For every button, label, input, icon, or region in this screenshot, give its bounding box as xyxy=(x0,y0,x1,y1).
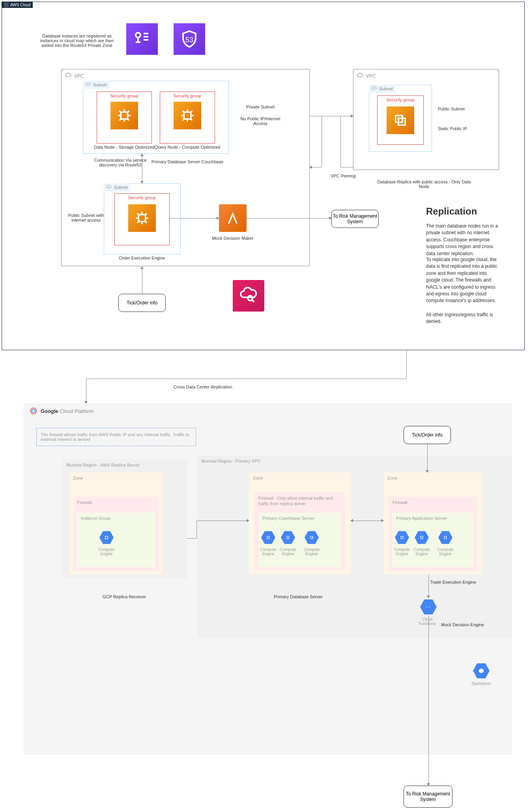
vpc2-public-label: Public Subnet xyxy=(438,106,465,111)
replica-fw-label: Firewall xyxy=(73,497,159,508)
subnet1-label: Subnet xyxy=(93,82,107,87)
rep-cb-2 xyxy=(196,521,197,538)
vpc1-tag: VPC xyxy=(63,71,86,81)
vpc2-label: VPC xyxy=(366,73,376,79)
app-ig-label: Primary Application Server xyxy=(392,513,473,524)
sg-order-label: Security group xyxy=(114,194,170,201)
primary-db-label: Primary Database Server Couchbase xyxy=(150,159,225,164)
replication-title: Replication xyxy=(426,206,477,217)
gcp-tick-label: Tick/Order info xyxy=(412,432,443,438)
cf-risk-arrow xyxy=(428,615,429,786)
peer-seg2 xyxy=(322,116,322,167)
app-ce-3-label: Compute Engine xyxy=(436,547,455,556)
aws-cloud-tag: AWS Cloud xyxy=(2,2,33,8)
cb-ce-2-label: Compute Engine xyxy=(278,547,298,556)
cb-ig-label: Primary Couchbase Server xyxy=(258,513,341,524)
svg-point-9 xyxy=(31,408,37,414)
subnet2-label: Subnet xyxy=(114,185,128,190)
lambda-icon xyxy=(219,204,247,232)
data-node-label: Data Node - Storage Optimized xyxy=(91,145,158,149)
app-fw-label: Firewall xyxy=(389,497,477,508)
gcp-cb-app-arrow xyxy=(351,521,383,521)
ec2-replica-icon xyxy=(387,106,414,134)
svg-point-10 xyxy=(32,409,35,413)
svg-rect-11 xyxy=(105,536,108,539)
svg-text:53: 53 xyxy=(185,36,193,44)
svg-rect-4 xyxy=(184,112,191,119)
gcp-tick-arrow xyxy=(427,444,428,472)
app-ce-1-label: Compute Engine xyxy=(392,547,412,556)
svg-rect-5 xyxy=(138,215,146,222)
cb-ce-3-label: Compute Engine xyxy=(302,547,322,556)
diagram-canvas: AWS Cloud Database instaces are register… xyxy=(0,0,529,812)
crossdc-seg2 xyxy=(86,379,406,379)
vpc2-static-ip-label: Static Public IP xyxy=(438,126,467,131)
vpc-peering-label: VPC Peering xyxy=(331,174,356,178)
public-subnet-label: Public Subnet with internet access xyxy=(62,213,110,222)
replica-region-label: Mumbai Region - AWS Replica Server xyxy=(62,459,187,470)
no-public-label: No Public IP/Internet Access xyxy=(235,116,286,126)
vpc1-label: VPC xyxy=(74,73,84,79)
peer-seg1 xyxy=(310,116,322,116)
crossdc-label: Cross Data Center Replication xyxy=(174,385,232,389)
app-cf-arrow xyxy=(428,574,429,598)
subnet3-label: Subnet xyxy=(379,86,393,91)
sg-query-label: Security group xyxy=(160,92,215,99)
rep-cb-3 xyxy=(196,521,249,521)
gcp-google: Google xyxy=(41,408,58,414)
tick-order-box: Tick/Order info xyxy=(118,294,166,312)
detective-icon xyxy=(233,280,264,312)
crossdc-seg1 xyxy=(406,350,407,379)
gcp-tick-order: Tick/Order info xyxy=(404,426,451,444)
firewall-note: The firewall allows traffic from AWS Pub… xyxy=(36,428,196,446)
svg-rect-0 xyxy=(4,2,9,7)
comm-note: Communication Via service discovery via … xyxy=(93,158,148,167)
peer-seg4 xyxy=(340,116,341,167)
subnet1-tag: Subnet xyxy=(83,81,109,89)
sg-data-label: Security group xyxy=(97,92,152,99)
private-subnet-label: Private Subnet xyxy=(235,105,286,109)
replica-zone-label: Zone xyxy=(69,472,163,483)
mock-decision-engine-label: Mock Decision Engine xyxy=(441,622,484,627)
replica-ig: Instance Group xyxy=(77,513,155,567)
svg-marker-18 xyxy=(479,668,484,673)
trade-exec-label: Trade Execution Engine xyxy=(430,580,476,584)
rep-cb-1 xyxy=(187,538,196,539)
conn-order-lambda xyxy=(170,218,219,218)
crossdc-seg3 xyxy=(86,379,86,403)
svg-rect-13 xyxy=(287,536,289,539)
svg-rect-12 xyxy=(267,536,269,539)
svg-point-1 xyxy=(136,33,140,37)
cloud-functions-label: Cloud Functions xyxy=(417,617,437,626)
query-node-label: Query Node - Compute Optimized xyxy=(154,145,221,149)
risk-mgmt-label: To Risk Management System xyxy=(332,213,378,224)
replica-ce-label: Compute Engine xyxy=(97,547,116,556)
conn-tick-order xyxy=(142,267,142,294)
subnet3-tag: Subnet xyxy=(369,85,395,93)
svg-rect-15 xyxy=(401,536,403,539)
replication-p2: To replicate into google cloud, the data… xyxy=(426,256,501,304)
peer-seg6 xyxy=(340,167,353,168)
cloudmap-note: Database instaces are registered as inst… xyxy=(36,34,118,48)
gcp-risk-label: To Risk Management System xyxy=(404,791,452,802)
replica-ig-label: Instance Group xyxy=(77,513,155,524)
vpc2-replica-desc: Database Replica with public access - On… xyxy=(373,179,475,189)
order-exec-label: Order Execution Engine xyxy=(114,256,170,260)
subnet2-tag: Subnet xyxy=(104,183,130,191)
aws-cloud-label: AWS Cloud xyxy=(10,3,30,7)
vpc2-tag: VPC xyxy=(355,71,378,81)
svg-rect-3 xyxy=(121,112,128,119)
cb-zone-label: Zone xyxy=(249,472,351,483)
peer-seg1b xyxy=(310,167,322,168)
cb-fw-label: Firewall - Only allow internal traffic a… xyxy=(254,492,337,510)
cloudmap-icon xyxy=(126,23,158,55)
cb-ce-1-label: Compute Engine xyxy=(258,547,278,556)
primary-db-server-label: Primary Database Server xyxy=(256,594,341,599)
mock-decision-label: Mock Decision Maker xyxy=(209,236,256,241)
svg-rect-16 xyxy=(421,536,423,539)
risk-mgmt-box: To Risk Management System xyxy=(331,210,379,228)
primary-region-label: Mumbai Region - Primary VPC xyxy=(197,455,512,467)
route53-icon: 53 xyxy=(174,23,205,55)
gcp-cloud-platform: Cloud Platform xyxy=(58,408,94,414)
app-ce-2-label: Compute Engine xyxy=(412,547,432,556)
